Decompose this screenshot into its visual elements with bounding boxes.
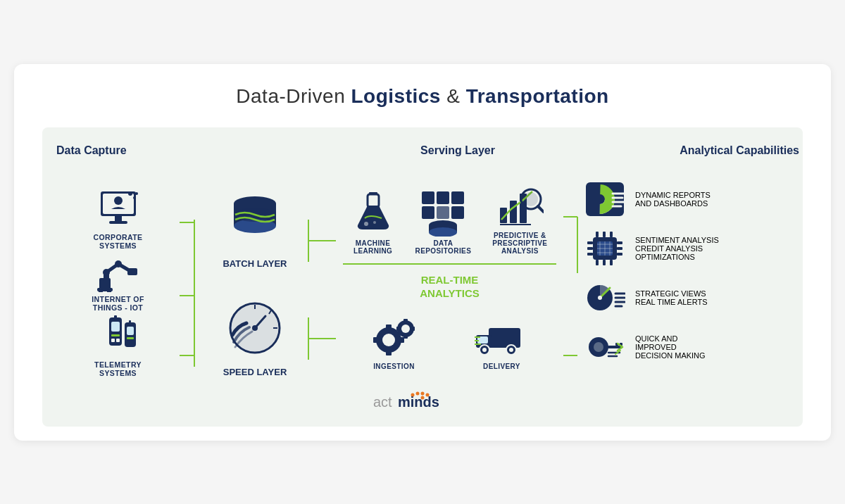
pie-arrow-icon (584, 279, 625, 316)
telemetry-label: TELEMETRY SYSTEMS (94, 360, 142, 377)
data-capture-header: Data Capture (56, 144, 180, 157)
svg-point-6 (133, 196, 136, 199)
predictive-item: PREDICTIVE & PRESCRIPTIVE ANALYSIS (492, 181, 547, 255)
svg-point-78 (509, 348, 513, 352)
svg-rect-53 (510, 201, 517, 223)
svg-rect-97 (596, 232, 599, 237)
truck-icon (475, 317, 530, 360)
svg-point-111 (598, 296, 602, 300)
svg-rect-14 (127, 268, 137, 275)
monitor-icon (94, 188, 143, 230)
svg-rect-92 (587, 247, 593, 250)
svg-rect-22 (116, 339, 120, 342)
svg-rect-64 (399, 337, 404, 343)
svg-point-57 (524, 192, 538, 206)
svg-rect-91 (587, 241, 593, 244)
svg-point-127 (421, 391, 425, 395)
realtime-analytics-label: REAL-TIMEANALYTICS (343, 273, 556, 301)
sentiment-analysis-item: SENTIMENT ANALYSIS CREDIT ANALYSIS OPTIM… (584, 230, 789, 267)
svg-point-66 (401, 325, 410, 333)
brain-icon (584, 230, 625, 267)
sentiment-label: SENTIMENT ANALYSIS CREDIT ANALYSIS OPTIM… (635, 236, 719, 261)
svg-rect-70 (411, 327, 415, 331)
svg-point-35 (252, 325, 258, 331)
serving-layer-header: Serving Layer (327, 144, 588, 157)
decision-making-item: QUICK AND IMPROVED DECISION MAKING (584, 329, 789, 365)
svg-point-41 (364, 222, 368, 226)
svg-point-60 (382, 334, 395, 346)
svg-rect-26 (127, 337, 134, 339)
telemetry-item: TELEMETRY SYSTEMS (56, 312, 180, 377)
svg-rect-101 (603, 260, 606, 265)
svg-rect-27 (129, 320, 131, 324)
title-bold2: Transportation (466, 85, 609, 107)
ml-label: MACHINE LEARNING (353, 239, 392, 255)
batch-layer-item: BATCH LAYER (220, 188, 290, 269)
svg-rect-48 (451, 206, 464, 219)
decision-making-label: QUICK AND IMPROVED DECISION MAKING (635, 334, 706, 360)
data-repos-label: DATA REPOSITORIES (415, 239, 472, 255)
svg-rect-4 (109, 221, 127, 224)
svg-rect-21 (111, 339, 115, 342)
svg-rect-102 (610, 260, 613, 265)
batch-layer-label: BATCH LAYER (220, 258, 290, 269)
pie-chart-icon (584, 181, 625, 218)
chart-icon (496, 181, 544, 229)
speed-layer-label: SPEED LAYER (220, 367, 290, 377)
predictive-label: PREDICTIVE & PRESCRIPTIVE ANALYSIS (492, 232, 547, 255)
analytical-header: Analytical Capabilities (588, 144, 806, 157)
main-card: Data-Driven Logistics & Transportation D… (14, 64, 831, 441)
serving-analytical-connector (563, 181, 577, 384)
svg-rect-98 (603, 232, 606, 237)
svg-point-13 (115, 260, 122, 267)
speed-layer-item: SPEED LAYER (220, 296, 290, 377)
svg-text:minds: minds (398, 394, 439, 410)
iot-label: INTERNET OF THINGS - IOT (92, 295, 144, 312)
key-icon (584, 329, 625, 365)
title-bold1: Logistics (351, 85, 441, 107)
corporate-systems-item: CORPORATE SYSTEMS (56, 188, 180, 250)
dc-connector (180, 181, 194, 384)
footer-brand: act minds (56, 391, 789, 415)
actminds-logo: act minds (373, 391, 472, 412)
svg-point-76 (482, 348, 487, 352)
layer-serving-connector (308, 181, 336, 384)
svg-rect-93 (587, 253, 593, 256)
cube-db-icon (419, 189, 467, 237)
svg-rect-47 (437, 206, 449, 219)
ingestion-item: INGESTION (370, 312, 418, 370)
svg-point-125 (411, 393, 415, 396)
speedometer-icon (220, 296, 290, 360)
layers-column: BATCH LAYER (195, 181, 308, 384)
svg-point-117 (594, 342, 603, 352)
svg-point-7 (135, 192, 138, 195)
delivery-item: DELIVERY (475, 317, 530, 370)
svg-rect-67 (403, 319, 408, 322)
svg-rect-100 (596, 260, 599, 265)
radio-icon (94, 312, 143, 358)
ingestion-label: INGESTION (373, 363, 415, 370)
analytical-column: DYNAMIC REPORTS AND DASHBOARDS (577, 181, 789, 384)
svg-point-12 (103, 269, 110, 276)
flask-icon (352, 189, 394, 237)
svg-point-5 (128, 191, 132, 196)
database-icon (220, 188, 290, 251)
svg-rect-44 (437, 191, 449, 204)
data-repos-item: DATA REPOSITORIES (415, 189, 472, 255)
svg-rect-25 (127, 327, 134, 335)
iot-item: INTERNET OF THINGS - IOT (56, 250, 180, 312)
delivery-label: DELIVERY (483, 363, 520, 370)
svg-line-58 (538, 206, 544, 212)
svg-rect-69 (396, 327, 400, 331)
svg-rect-99 (610, 232, 613, 237)
svg-rect-40 (368, 194, 379, 207)
strategic-views-item: STRATEGIC VIEWS REAL TIME ALERTS (584, 279, 789, 316)
corporate-systems-label: CORPORATE SYSTEMS (94, 233, 143, 250)
svg-rect-71 (489, 328, 520, 348)
svg-point-42 (373, 221, 376, 224)
svg-rect-94 (617, 241, 622, 244)
svg-rect-43 (422, 191, 434, 204)
data-capture-column: CORPORATE SYSTEMS (56, 181, 180, 384)
svg-point-126 (416, 391, 420, 395)
svg-point-128 (426, 393, 430, 396)
